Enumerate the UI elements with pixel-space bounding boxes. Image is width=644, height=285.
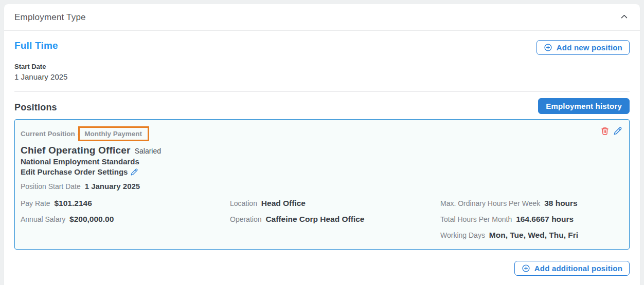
detail-label: Pay Rate	[21, 199, 50, 207]
add-additional-position-button[interactable]: Add additional position	[514, 261, 630, 276]
details-column-pay: Pay Rate $101.2146 Annual Salary $200,00…	[21, 199, 230, 240]
panel-header: Employment Type	[4, 4, 640, 31]
add-additional-position-label: Add additional position	[534, 264, 622, 273]
detail-value: $200,000.00	[69, 215, 114, 223]
edit-purchase-order-link[interactable]: Edit Purchase Order Settings	[21, 167, 138, 177]
employment-standards-label: National Employment Standards	[21, 157, 622, 166]
detail-label: Max. Ordinary Hours Per Week	[440, 199, 540, 207]
detail-value: Head Office	[261, 199, 306, 207]
pencil-icon	[131, 168, 138, 176]
edit-position-button[interactable]	[614, 127, 622, 137]
add-new-position-label: Add new position	[557, 43, 622, 52]
detail-label: Total Hours Per Month	[440, 215, 512, 223]
position-start-date-row: Position Start Date 1 January 2025	[21, 182, 622, 191]
plus-circle-icon	[544, 43, 552, 52]
pencil-icon	[614, 127, 622, 137]
collapse-section-button[interactable]	[619, 11, 630, 24]
employment-history-button[interactable]: Employment history	[538, 98, 630, 114]
detail-label: Operation	[230, 215, 261, 223]
position-start-date-value: 1 January 2025	[85, 182, 140, 191]
delete-position-button[interactable]	[601, 127, 609, 137]
start-date-label: Start Date	[14, 63, 630, 70]
start-date-value: 1 January 2025	[14, 72, 630, 81]
details-column-hours: Max. Ordinary Hours Per Week 38 hours To…	[440, 199, 622, 240]
full-time-section: Full Time Add new position Start Date 1 …	[4, 31, 640, 81]
trash-icon	[601, 127, 609, 137]
positions-heading: Positions	[14, 102, 57, 114]
detail-value: 38 hours	[544, 199, 578, 207]
detail-label: Annual Salary	[21, 215, 65, 223]
current-position-label: Current Position	[21, 130, 75, 138]
detail-label: Location	[230, 199, 257, 207]
current-position-card: Current Position - Monthly Payment Chief…	[14, 119, 630, 250]
detail-location: Location Head Office	[230, 199, 440, 208]
add-additional-row: Add additional position	[4, 250, 640, 276]
detail-working-days: Working Days Mon, Tue, Wed, Thu, Fri	[440, 231, 622, 240]
employment-type-value: Full Time	[14, 40, 58, 51]
add-new-position-button[interactable]: Add new position	[536, 40, 630, 55]
detail-value: $101.2146	[54, 199, 92, 207]
chevron-up-icon	[620, 12, 629, 23]
position-start-date-label: Position Start Date	[21, 182, 81, 191]
page-title: Employment Type	[14, 12, 86, 23]
position-details-grid: Pay Rate $101.2146 Annual Salary $200,00…	[21, 199, 622, 240]
edit-purchase-order-label: Edit Purchase Order Settings	[21, 167, 128, 177]
position-title: Chief Operating Officer	[21, 145, 131, 156]
detail-pay-rate: Pay Rate $101.2146	[21, 199, 230, 208]
position-status-row: Current Position - Monthly Payment	[21, 126, 622, 141]
detail-value: Caffeine Corp Head Office	[265, 215, 364, 223]
details-column-location: Location Head Office Operation Caffeine …	[230, 199, 440, 240]
detail-value: 164.6667 hours	[516, 215, 574, 223]
detail-value: Mon, Tue, Wed, Thu, Fri	[489, 231, 578, 239]
positions-header: Positions Employment history	[4, 92, 640, 114]
position-pay-type: Salaried	[135, 147, 161, 155]
monthly-payment-label: Monthly Payment	[84, 130, 142, 138]
detail-annual-salary: Annual Salary $200,000.00	[21, 215, 230, 224]
detail-total-hours: Total Hours Per Month 164.6667 hours	[440, 215, 622, 224]
detail-operation: Operation Caffeine Corp Head Office	[230, 215, 440, 224]
detail-max-ordinary-hours: Max. Ordinary Hours Per Week 38 hours	[440, 199, 622, 208]
employment-type-panel: Employment Type Full Time Add new positi…	[4, 4, 640, 285]
monthly-payment-annotation-box: Monthly Payment	[78, 126, 149, 141]
detail-label: Working Days	[440, 231, 485, 239]
plus-circle-icon	[522, 264, 530, 273]
